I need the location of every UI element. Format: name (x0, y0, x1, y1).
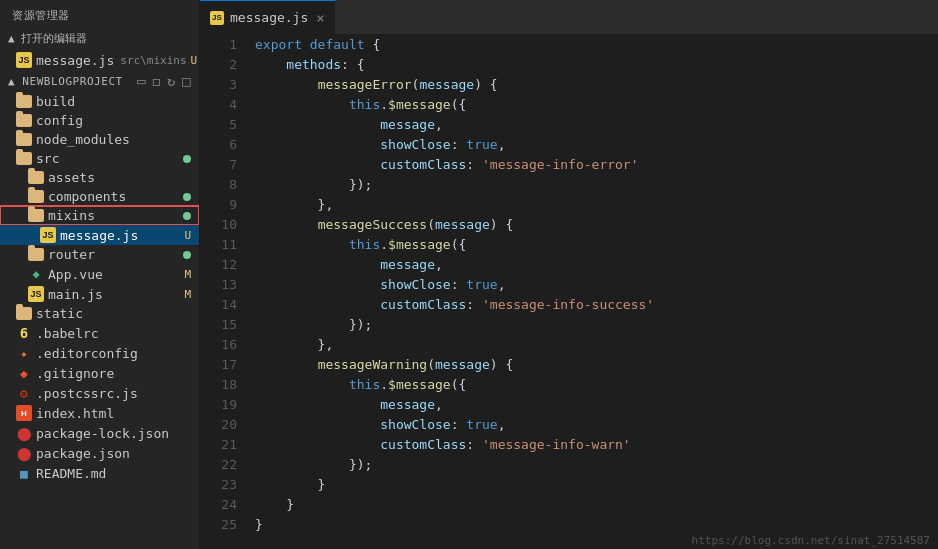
md-icon: ■ (16, 465, 32, 481)
code-line-3: messageError(message) { (255, 75, 928, 95)
code-line-14: customClass: 'message-info-success' (255, 295, 928, 315)
tree-item-config[interactable]: config (0, 111, 199, 130)
sidebar-title: 资源管理器 (0, 0, 199, 27)
code-line-4: this.$message({ (255, 95, 928, 115)
code-line-1: export default { (255, 35, 928, 55)
tree-item-label: config (36, 113, 83, 128)
code-line-12: message, (255, 255, 928, 275)
tree-item-badge-u: U (184, 229, 191, 242)
folder-icon (16, 133, 32, 146)
tree-item-label: node_modules (36, 132, 130, 147)
tree-item-package-json[interactable]: ⬤ package.json (0, 443, 199, 463)
watermark: https://blog.csdn.net/sinat_27514587 (200, 532, 938, 549)
code-line-25: } (255, 515, 928, 532)
npm-icon: ⬤ (16, 425, 32, 441)
editor-area: JS message.js × 12345 678910 1112131415 … (200, 0, 938, 549)
code-line-22: }); (255, 455, 928, 475)
tree-item-label: message.js (60, 228, 138, 243)
code-line-18: this.$message({ (255, 375, 928, 395)
tree-item-label: .gitignore (36, 366, 114, 381)
tab-js-icon: JS (210, 11, 224, 25)
tree-item-app-vue[interactable]: ◆ App.vue M (0, 264, 199, 284)
tree-item-babelrc[interactable]: 6 .babelrc (0, 323, 199, 343)
npm-icon: ⬤ (16, 445, 32, 461)
js-icon: JS (40, 227, 56, 243)
tree-item-components[interactable]: components (0, 187, 199, 206)
line-numbers: 12345 678910 1112131415 1617181920 21222… (200, 35, 245, 532)
tree-item-label: mixins (48, 208, 95, 223)
tree-item-label: App.vue (48, 267, 103, 282)
folder-icon (28, 190, 44, 203)
open-file-path: src\mixins (120, 54, 186, 67)
tab-close-button[interactable]: × (316, 10, 324, 26)
code-line-19: message, (255, 395, 928, 415)
folder-icon (16, 307, 32, 320)
code-line-10: messageSuccess(message) { (255, 215, 928, 235)
folder-icon (28, 209, 44, 222)
editorconfig-icon: ✦ (16, 345, 32, 361)
folder-icon (28, 248, 44, 261)
tree-item-src[interactable]: src (0, 149, 199, 168)
tree-item-index-html[interactable]: H index.html (0, 403, 199, 423)
new-folder-icon[interactable]: ◻ (152, 73, 161, 89)
code-line-16: }, (255, 335, 928, 355)
open-file-message-js[interactable]: JS message.js src\mixins U (0, 50, 199, 70)
refresh-icon[interactable]: ↻ (167, 73, 176, 89)
tree-item-postcssrc[interactable]: ⚙ .postcssrc.js (0, 383, 199, 403)
collapse-icon[interactable]: □ (182, 73, 191, 89)
open-file-badge: U (191, 54, 198, 67)
tree-item-message-js[interactable]: JS message.js U (0, 225, 199, 245)
git-icon: ◆ (16, 365, 32, 381)
folder-open-icon (16, 152, 32, 165)
tab-filename: message.js (230, 10, 308, 25)
code-line-7: customClass: 'message-info-error' (255, 155, 928, 175)
tree-item-build[interactable]: build (0, 92, 199, 111)
tree-item-assets[interactable]: assets (0, 168, 199, 187)
project-section-header[interactable]: ▲ NEWBLOGPROJECT ▭ ◻ ↻ □ (0, 70, 199, 92)
tree-item-label: package-lock.json (36, 426, 169, 441)
code-line-15: }); (255, 315, 928, 335)
folder-icon (16, 95, 32, 108)
folder-icon (16, 114, 32, 127)
tree-item-label: index.html (36, 406, 114, 421)
tree-item-label: .postcssrc.js (36, 386, 138, 401)
tree-item-label: .editorconfig (36, 346, 138, 361)
sidebar: 资源管理器 ▲ 打开的编辑器 JS message.js src\mixins … (0, 0, 200, 549)
tree-item-editorconfig[interactable]: ✦ .editorconfig (0, 343, 199, 363)
open-editors-section[interactable]: ▲ 打开的编辑器 (0, 27, 199, 50)
code-content[interactable]: export default { methods: { messageError… (245, 35, 938, 532)
tree-item-badge-m: M (184, 268, 191, 281)
tree-item-label: components (48, 189, 126, 204)
tree-item-label: router (48, 247, 95, 262)
tree-item-node-modules[interactable]: node_modules (0, 130, 199, 149)
code-line-23: } (255, 475, 928, 495)
tree-item-label: static (36, 306, 83, 321)
tab-message-js[interactable]: JS message.js × (200, 0, 336, 34)
tree-item-label: .babelrc (36, 326, 99, 341)
open-editors-label: ▲ 打开的编辑器 (8, 31, 87, 46)
code-line-2: methods: { (255, 55, 928, 75)
project-actions: ▭ ◻ ↻ □ (137, 73, 191, 89)
html-icon: H (16, 405, 32, 421)
tree-item-gitignore[interactable]: ◆ .gitignore (0, 363, 199, 383)
code-line-24: } (255, 495, 928, 515)
code-line-6: showClose: true, (255, 135, 928, 155)
code-line-17: messageWarning(message) { (255, 355, 928, 375)
tree-item-package-lock[interactable]: ⬤ package-lock.json (0, 423, 199, 443)
modified-badge (183, 155, 191, 163)
code-line-11: this.$message({ (255, 235, 928, 255)
code-line-13: showClose: true, (255, 275, 928, 295)
tab-bar: JS message.js × (200, 0, 938, 35)
tree-item-label: assets (48, 170, 95, 185)
code-line-8: }); (255, 175, 928, 195)
tree-item-badge-m: M (184, 288, 191, 301)
open-file-name: message.js (36, 53, 114, 68)
tree-item-main-js[interactable]: JS main.js M (0, 284, 199, 304)
tree-item-readme[interactable]: ■ README.md (0, 463, 199, 483)
new-file-icon[interactable]: ▭ (137, 73, 146, 89)
tree-item-static[interactable]: static (0, 304, 199, 323)
tree-item-router[interactable]: router (0, 245, 199, 264)
tree-item-mixins[interactable]: mixins (0, 206, 199, 225)
main-layout: 资源管理器 ▲ 打开的编辑器 JS message.js src\mixins … (0, 0, 938, 549)
tree-item-label: package.json (36, 446, 130, 461)
